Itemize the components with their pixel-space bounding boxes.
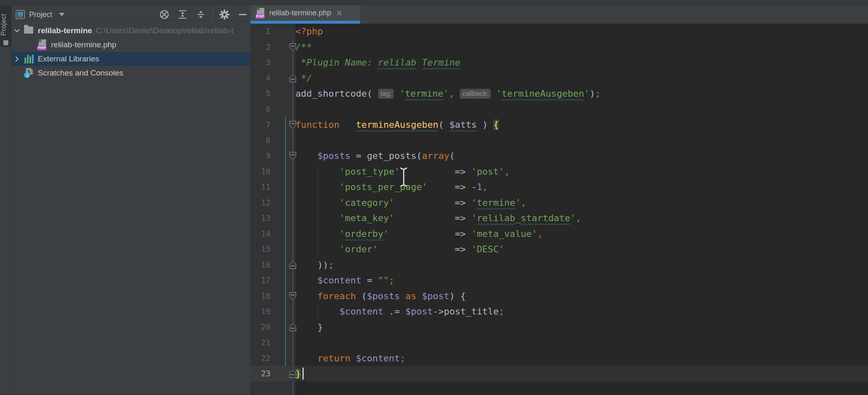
line-number: 3 <box>250 55 295 71</box>
chevron-down-icon <box>59 13 65 16</box>
line-number: 8 <box>250 133 295 149</box>
code-line-4[interactable]: 4 */ <box>250 71 868 86</box>
php-file-icon: PHP <box>37 39 47 50</box>
parameter-hint: callback: <box>460 89 490 99</box>
locate-file-icon[interactable] <box>158 8 171 21</box>
fold-marker[interactable] <box>289 292 296 300</box>
code-text: 'orderby' => 'meta_value', <box>295 226 868 242</box>
close-icon[interactable] <box>336 10 342 16</box>
code-line-13[interactable]: 13 'meta_key' => 'relilab_startdate', <box>250 210 868 226</box>
code-text: )); <box>295 257 868 273</box>
code-line-2[interactable]: 2/** <box>250 39 868 55</box>
code-text: */ <box>295 71 868 86</box>
code-text: } <box>295 366 868 382</box>
code-line-12[interactable]: 12 'category' => 'termine', <box>250 195 868 211</box>
code-text <box>295 133 868 149</box>
line-number: 19 <box>250 304 295 319</box>
collapse-all-icon[interactable] <box>195 8 207 21</box>
fold-marker[interactable] <box>289 261 296 269</box>
hide-panel-icon[interactable] <box>237 8 249 21</box>
line-number: 20 <box>250 319 295 335</box>
fold-marker[interactable] <box>289 323 296 332</box>
tree-item-relilab-termine[interactable]: relilab-termineC:\Users\Daniel\Desktop\r… <box>12 24 250 38</box>
code-text <box>295 335 868 351</box>
code-line-11[interactable]: 11 'posts_per_page' => -1, <box>250 179 868 195</box>
code-line-16[interactable]: 16 )); <box>250 257 868 273</box>
fold-marker[interactable] <box>289 121 296 129</box>
code-text: /** <box>295 39 868 55</box>
fold-marker[interactable] <box>289 74 296 83</box>
editor-tab[interactable]: PHP relilab-termine.php <box>251 5 360 21</box>
code-text: 'post_type' => 'post', <box>295 164 868 180</box>
code-line-20[interactable]: 20 } <box>250 319 868 335</box>
code-line-8[interactable]: 8 <box>250 133 868 149</box>
code-line-7[interactable]: 7function termineAusgeben( $atts ) { <box>250 117 868 133</box>
chevron-down-icon[interactable] <box>13 27 21 34</box>
code-text: $content = ""; <box>295 273 868 288</box>
line-number: 14 <box>250 226 295 242</box>
tab-filename: relilab-termine.php <box>269 9 331 17</box>
tree-item-label: relilab-termine <box>38 26 92 35</box>
code-text: 'posts_per_page' => -1, <box>295 179 868 195</box>
code-line-15[interactable]: 15 'order' => 'DESC' <box>250 241 868 257</box>
code-line-6[interactable]: 6 <box>250 102 868 117</box>
line-number: 7 <box>250 117 295 133</box>
code-line-22[interactable]: 22 return $content; <box>250 351 868 366</box>
code-text: $posts = get_posts(array( <box>295 148 868 164</box>
project-view-icon <box>16 10 25 19</box>
code-line-5[interactable]: 5add_shortcode( tag: 'termine', callback… <box>250 86 868 102</box>
code-lines: 1<?php2/**3 *Plugin Name: relilab Termin… <box>250 24 868 382</box>
tool-window-icon <box>3 40 8 45</box>
line-number: 22 <box>250 351 295 366</box>
tree-item-external-libraries[interactable]: External Libraries <box>12 52 250 66</box>
header-bar <box>0 5 868 24</box>
tool-window-button-project[interactable]: Project <box>0 5 12 47</box>
code-line-1[interactable]: 1<?php <box>250 24 868 39</box>
code-editor[interactable]: 1<?php2/**3 *Plugin Name: relilab Termin… <box>250 24 868 395</box>
code-text: return $content; <box>295 351 868 366</box>
line-number: 10 <box>250 164 295 180</box>
tree-item-label: relilab-termine.php <box>51 40 116 49</box>
project-view-selector[interactable]: Project <box>16 7 65 22</box>
code-text: 'meta_key' => 'relilab_startdate', <box>295 210 868 226</box>
code-text: <?php <box>295 24 868 39</box>
code-text <box>295 102 868 117</box>
line-number: 18 <box>250 288 295 304</box>
code-text: 'order' => 'DESC' <box>295 241 868 257</box>
code-line-14[interactable]: 14 'orderby' => 'meta_value', <box>250 226 868 242</box>
project-toolbar <box>155 5 252 24</box>
scratch-console-icon: ❯ <box>24 68 34 78</box>
line-number: 12 <box>250 195 295 211</box>
line-number: 15 <box>250 241 295 257</box>
line-number: 4 <box>250 71 295 86</box>
code-line-17[interactable]: 17 $content = ""; <box>250 273 868 288</box>
gear-icon[interactable] <box>218 8 231 21</box>
code-line-23[interactable]: 23} <box>250 366 868 382</box>
code-text: function termineAusgeben( $atts ) { <box>295 117 868 133</box>
stripe-project-label: Project <box>0 9 12 40</box>
tree-item-relilab-termine-php[interactable]: PHP relilab-termine.php <box>12 38 250 52</box>
fold-marker[interactable] <box>289 43 296 51</box>
code-text: add_shortcode( tag: 'termine', callback:… <box>295 86 868 102</box>
line-number: 6 <box>250 102 295 117</box>
code-line-10[interactable]: 10 'post_type' => 'post', <box>250 164 868 180</box>
line-number: 11 <box>250 179 295 195</box>
code-text: 'category' => 'termine', <box>295 195 868 211</box>
expand-all-icon[interactable] <box>176 8 189 21</box>
code-text: } <box>295 319 868 335</box>
folder-icon <box>24 25 34 36</box>
library-icon <box>24 54 34 64</box>
tree-item-path: C:\Users\Daniel\Desktop\relilab\relilab-… <box>96 26 234 35</box>
line-number: 16 <box>250 257 295 273</box>
title-bar <box>0 0 868 5</box>
code-line-9[interactable]: 9 $posts = get_posts(array( <box>250 148 868 164</box>
code-line-21[interactable]: 21 <box>250 335 868 351</box>
tree-item-label: External Libraries <box>38 54 99 63</box>
code-line-18[interactable]: 18 foreach ($posts as $post) { <box>250 288 868 304</box>
code-line-3[interactable]: 3 *Plugin Name: relilab Termine <box>250 55 868 71</box>
tree-item-scratches-and-consoles[interactable]: ❯ Scratches and Consoles <box>12 66 250 80</box>
fold-marker[interactable] <box>289 370 296 378</box>
fold-marker[interactable] <box>289 152 296 160</box>
chevron-right-icon[interactable] <box>13 55 21 63</box>
code-line-19[interactable]: 19 $content .= $post->post_title; <box>250 304 868 319</box>
